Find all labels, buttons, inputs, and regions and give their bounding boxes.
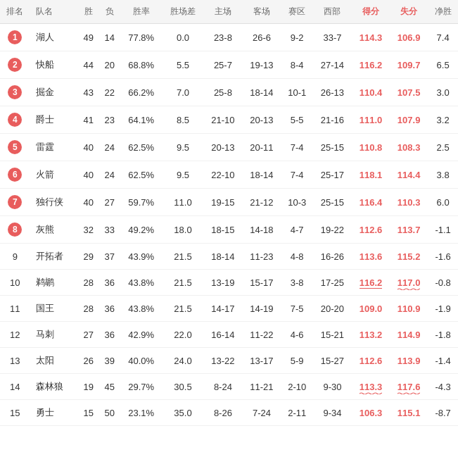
cell-away: 11-22 (242, 322, 281, 348)
cell-rank: 4 (0, 106, 30, 134)
cell-home: 21-10 (203, 106, 242, 134)
cell-conf: 9-34 (313, 400, 352, 426)
cell-away: 14-19 (242, 296, 281, 322)
col-diff: 净胜 (428, 0, 458, 24)
cell-rank: 10 (0, 270, 30, 296)
cell-conf: 15-21 (313, 322, 352, 348)
table-row: 8灰熊323349.2%18.018-1514-184-719-22112.61… (0, 216, 458, 244)
cell-lose: 24 (99, 161, 120, 189)
cell-diff: 2.5 (428, 134, 458, 161)
cell-lose: 39 (99, 348, 120, 374)
cell-rank: 11 (0, 296, 30, 322)
table-header-row: 排名 队名 胜 负 胜率 胜场差 主场 客场 赛区 西部 得分 失分 净胜 (0, 0, 458, 24)
cell-home: 20-13 (203, 134, 242, 161)
cell-away: 18-14 (242, 161, 281, 189)
cell-diff: 3.8 (428, 161, 458, 189)
cell-win: 15 (78, 400, 99, 426)
cell-lose: 14 (99, 24, 120, 51)
cell-rank: 8 (0, 216, 30, 244)
cell-win: 28 (78, 296, 99, 322)
cell-pct: 29.7% (120, 374, 163, 400)
cell-pts: 116.2 (352, 270, 390, 296)
cell-conf: 20-20 (313, 296, 352, 322)
cell-team-name: 马刺 (30, 322, 78, 348)
rank-badge: 2 (8, 58, 22, 72)
cell-win: 19 (78, 374, 99, 400)
cell-pct: 43.8% (120, 296, 163, 322)
rank-badge: 4 (8, 113, 22, 127)
cell-lose: 23 (99, 106, 120, 134)
cell-home: 25-7 (203, 51, 242, 79)
table-row: 7独行侠402759.7%11.019-1521-1210-325-15116.… (0, 189, 458, 216)
cell-div: 3-8 (281, 270, 312, 296)
cell-opp: 109.7 (390, 51, 428, 79)
cell-team-name: 独行侠 (30, 189, 78, 216)
cell-gb: 22.0 (163, 322, 204, 348)
cell-opp: 107.9 (390, 106, 428, 134)
cell-pct: 64.1% (120, 106, 163, 134)
cell-pct: 66.2% (120, 79, 163, 106)
table-row: 6火箭402462.5%9.522-1018-147-425-17118.111… (0, 161, 458, 189)
cell-home: 23-8 (203, 24, 242, 51)
cell-div: 4-7 (281, 216, 312, 244)
cell-team-name: 快船 (30, 51, 78, 79)
cell-pts: 110.4 (352, 79, 390, 106)
cell-div: 10-1 (281, 79, 312, 106)
cell-home: 19-15 (203, 189, 242, 216)
cell-team-name: 雷霆 (30, 134, 78, 161)
cell-pct: 43.8% (120, 270, 163, 296)
cell-team-name: 国王 (30, 296, 78, 322)
cell-away: 26-6 (242, 24, 281, 51)
cell-div: 5-5 (281, 106, 312, 134)
cell-opp: 106.9 (390, 24, 428, 51)
rank-badge: 3 (8, 85, 22, 99)
cell-opp: 113.9 (390, 348, 428, 374)
cell-win: 32 (78, 216, 99, 244)
rank-badge: 5 (8, 140, 22, 154)
cell-diff: -1.9 (428, 296, 458, 322)
cell-opp: 107.5 (390, 79, 428, 106)
cell-team-name: 太阳 (30, 348, 78, 374)
cell-rank: 1 (0, 24, 30, 51)
cell-gb: 0.0 (163, 24, 204, 51)
cell-diff: -8.7 (428, 400, 458, 426)
cell-conf: 15-27 (313, 348, 352, 374)
cell-pct: 62.5% (120, 161, 163, 189)
cell-win: 40 (78, 189, 99, 216)
cell-pts: 116.2 (352, 51, 390, 79)
cell-team-name: 森林狼 (30, 374, 78, 400)
cell-conf: 25-17 (313, 161, 352, 189)
cell-away: 14-18 (242, 216, 281, 244)
col-pts: 得分 (352, 0, 390, 24)
cell-gb: 21.5 (163, 244, 204, 270)
cell-pct: 23.1% (120, 400, 163, 426)
cell-away: 7-24 (242, 400, 281, 426)
cell-opp: 115.2 (390, 244, 428, 270)
table-row: 5雷霆402462.5%9.520-1320-117-425-15110.810… (0, 134, 458, 161)
cell-lose: 24 (99, 134, 120, 161)
cell-rank: 3 (0, 79, 30, 106)
cell-rank: 14 (0, 374, 30, 400)
table-row: 14森林狼194529.7%30.58-2411-212-109-30113.3… (0, 374, 458, 400)
cell-div: 10-3 (281, 189, 312, 216)
cell-home: 14-17 (203, 296, 242, 322)
cell-pts: 113.2 (352, 322, 390, 348)
cell-gb: 21.5 (163, 270, 204, 296)
cell-home: 22-10 (203, 161, 242, 189)
cell-conf: 9-30 (313, 374, 352, 400)
cell-pts: 114.3 (352, 24, 390, 51)
table-row: 9开拓者293743.9%21.518-1411-234-816-26113.6… (0, 244, 458, 270)
cell-away: 21-12 (242, 189, 281, 216)
cell-div: 2-10 (281, 374, 312, 400)
cell-team-name: 开拓者 (30, 244, 78, 270)
cell-win: 28 (78, 270, 99, 296)
cell-win: 29 (78, 244, 99, 270)
cell-team-name: 湖人 (30, 24, 78, 51)
cell-away: 11-23 (242, 244, 281, 270)
cell-diff: -4.3 (428, 374, 458, 400)
cell-home: 25-8 (203, 79, 242, 106)
table-row: 10鹈鹕283643.8%21.513-1915-173-817-25116.2… (0, 270, 458, 296)
cell-diff: -1.4 (428, 348, 458, 374)
cell-pts: 112.6 (352, 348, 390, 374)
col-opp: 失分 (390, 0, 428, 24)
